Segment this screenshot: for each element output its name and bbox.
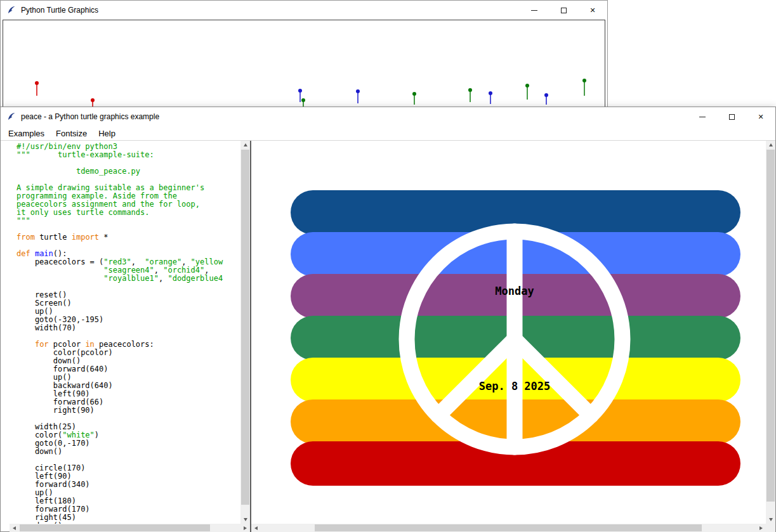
- maximize-button[interactable]: [549, 1, 578, 20]
- scrollbar-thumb[interactable]: [20, 524, 210, 531]
- window-title: Python Turtle Graphics: [21, 6, 98, 15]
- menu-examples[interactable]: Examples: [3, 127, 50, 140]
- minimize-icon: [699, 117, 706, 117]
- drawing-canvas: MondaySep. 8 2025: [251, 141, 766, 524]
- code-line: it only uses turtle commands.: [16, 209, 240, 217]
- canvas-horizontal-scrollbar[interactable]: [251, 524, 766, 532]
- app-icon: [6, 5, 16, 15]
- code-horizontal-scrollbar[interactable]: [10, 524, 250, 532]
- code-line: """ turtle-example-suite:: [16, 151, 240, 159]
- code-line: from turtle import *: [16, 233, 240, 242]
- menu-help[interactable]: Help: [93, 127, 121, 140]
- code-line: width(70): [16, 324, 240, 332]
- canvas-text: Monday: [495, 285, 534, 297]
- scrollbar-thumb[interactable]: [315, 524, 702, 531]
- code-line: "royalblue1", "dodgerblue4: [16, 275, 240, 283]
- code-editor[interactable]: #!/usr/bin/env python3""" turtle-example…: [10, 141, 240, 524]
- maximize-button[interactable]: [717, 107, 746, 126]
- scroll-left-button[interactable]: [251, 524, 261, 532]
- maximize-icon: [729, 114, 735, 120]
- arrow-right-icon: [244, 526, 247, 530]
- arrow-down-icon: [244, 518, 247, 521]
- canvas-text: Sep. 8 2025: [479, 380, 551, 393]
- code-line: tdemo_peace.py: [16, 167, 240, 176]
- close-button[interactable]: ✕: [746, 107, 775, 126]
- arrow-down-icon: [769, 518, 773, 521]
- window-controls: ✕: [688, 107, 775, 126]
- menu-bar: ExamplesFontsizeHelp: [1, 126, 775, 141]
- window-content: #!/usr/bin/env python3""" turtle-example…: [1, 141, 775, 531]
- arrow-up-icon: [769, 143, 773, 146]
- code-line: """: [16, 217, 240, 225]
- minimize-button[interactable]: [688, 107, 717, 126]
- scroll-up-button[interactable]: [240, 141, 250, 149]
- minimize-button[interactable]: [520, 1, 549, 20]
- scrollbar-thumb[interactable]: [766, 150, 775, 502]
- app-icon: [6, 112, 16, 122]
- close-icon: ✕: [589, 7, 595, 14]
- scrollbar-corner: [766, 524, 775, 532]
- menu-fontsize[interactable]: Fontsize: [50, 127, 93, 140]
- peace-example-window: peace - a Python turtle graphics example…: [0, 107, 776, 532]
- code-vertical-scrollbar[interactable]: [240, 141, 250, 524]
- canvas-vertical-scrollbar[interactable]: [766, 141, 775, 524]
- peace-symbol: [251, 141, 766, 524]
- scrollbar-thumb[interactable]: [241, 150, 249, 505]
- minimize-icon: [531, 10, 537, 11]
- maximize-icon: [561, 8, 567, 13]
- code-line: down(): [16, 448, 240, 456]
- scroll-down-button[interactable]: [240, 516, 250, 524]
- titlebar[interactable]: peace - a Python turtle graphics example…: [1, 107, 775, 126]
- close-icon: ✕: [758, 114, 763, 120]
- titlebar[interactable]: Python Turtle Graphics ✕: [1, 1, 607, 20]
- window-controls: ✕: [520, 1, 607, 20]
- scroll-down-button[interactable]: [766, 516, 775, 524]
- code-lines: #!/usr/bin/env python3""" turtle-example…: [16, 143, 240, 524]
- window-title: peace - a Python turtle graphics example: [21, 112, 159, 121]
- arrow-right-icon: [760, 526, 763, 530]
- scroll-up-button[interactable]: [766, 141, 775, 149]
- arrow-left-icon: [13, 526, 16, 530]
- close-button[interactable]: ✕: [578, 1, 607, 20]
- arrow-up-icon: [244, 143, 247, 146]
- scroll-left-button[interactable]: [10, 524, 19, 532]
- code-line: right(90): [16, 406, 240, 415]
- scroll-right-button[interactable]: [756, 524, 766, 532]
- arrow-left-icon: [254, 526, 258, 530]
- scroll-right-button[interactable]: [240, 524, 250, 532]
